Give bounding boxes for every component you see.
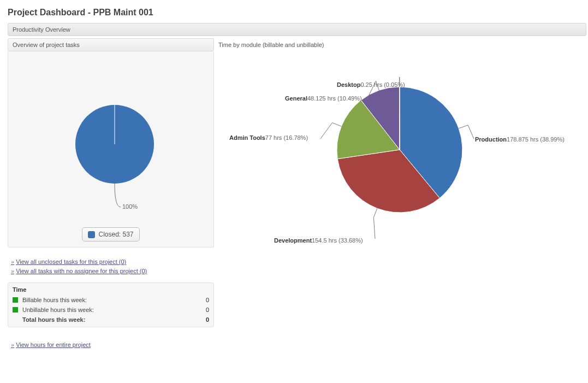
module-pie-chart: Production178.875 hrs (38.99%) Developme… bbox=[214, 51, 586, 248]
tasks-legend-closed[interactable]: Closed: 537 bbox=[82, 227, 139, 241]
square-icon bbox=[88, 231, 95, 238]
right-panel-title: Time by module (billable and unbillable) bbox=[214, 38, 586, 51]
tasks-pie-label: 100% bbox=[122, 203, 138, 210]
link-no-assignee-tasks[interactable]: »View all tasks with no assignee for thi… bbox=[11, 267, 211, 276]
tasks-pie-chart: 100% bbox=[11, 57, 210, 221]
link-unclosed-tasks[interactable]: »View all unclosed tasks for this projec… bbox=[11, 257, 211, 267]
time-row-total: Total hours this week: 0 bbox=[13, 315, 209, 325]
slice-label-desktop: Desktop0.25 hrs (0.05%) bbox=[337, 81, 405, 88]
tasks-legend-label: Closed: 537 bbox=[98, 231, 133, 238]
square-icon bbox=[13, 307, 18, 313]
chevron-right-icon: » bbox=[11, 258, 14, 265]
page-title: Project Dashboard - PPB Maint 001 bbox=[8, 8, 586, 17]
chevron-right-icon: » bbox=[11, 268, 14, 274]
slice-label-general: General48.125 hrs (10.49%) bbox=[285, 95, 362, 102]
slice-label-admin: Admin Tools77 hrs (16.78%) bbox=[229, 134, 308, 141]
slice-label-production: Production178.875 hrs (38.99%) bbox=[475, 136, 565, 143]
time-row-unbillable: Unbillable hours this week: 0 bbox=[13, 305, 209, 315]
section-title: Productivity Overview bbox=[8, 23, 586, 36]
time-row-billable: Billable hours this week: 0 bbox=[13, 295, 209, 305]
chevron-right-icon: » bbox=[11, 341, 14, 348]
slice-label-development: Development154.5 hrs (33.68%) bbox=[274, 237, 363, 244]
time-heading: Time bbox=[13, 286, 209, 293]
time-summary: Time Billable hours this week: 0 Unbilla… bbox=[8, 282, 214, 327]
link-view-hours[interactable]: »View hours for entire project bbox=[11, 340, 211, 350]
left-panel-title: Overview of project tasks bbox=[8, 38, 214, 51]
square-icon bbox=[13, 297, 18, 303]
